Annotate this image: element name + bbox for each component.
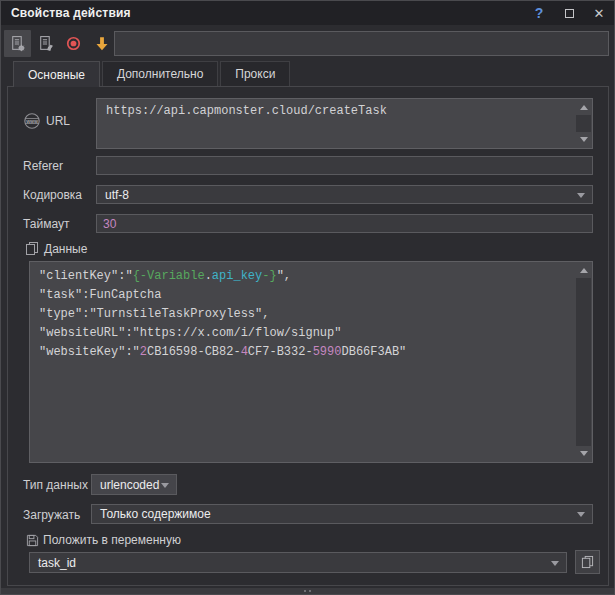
- put-variable-label-group: Положить в переменную: [26, 533, 181, 547]
- record-icon: [65, 35, 82, 52]
- copy-pages-icon: [25, 241, 39, 256]
- url-scroll-down-icon[interactable]: [576, 132, 591, 147]
- tab-additional-label: Дополнительно: [117, 67, 203, 81]
- load-dropdown[interactable]: Только содержимое: [91, 504, 593, 524]
- url-value: https://api.capmonster.cloud/createTask: [106, 104, 574, 118]
- load-label: Загружать: [23, 508, 80, 522]
- url-label-group: www URL: [23, 112, 70, 130]
- grip-dot: [304, 590, 306, 592]
- document-pencil-icon: [37, 35, 54, 52]
- copy-variable-button[interactable]: [575, 550, 600, 574]
- copy-icon: [581, 555, 594, 569]
- encoding-chevron-down-icon: [577, 193, 585, 198]
- encoding-label: Кодировка: [23, 188, 82, 202]
- window-title: Свойства действия: [1, 6, 131, 20]
- grip-dot: [309, 590, 311, 592]
- globe-www-icon: www: [23, 112, 41, 130]
- data-label-group: Данные: [25, 241, 87, 256]
- data-type-label: Тип данных: [23, 478, 88, 492]
- data-scrollbar[interactable]: [576, 263, 591, 461]
- down-arrow-icon: [93, 35, 111, 53]
- url-scrollbar[interactable]: [576, 100, 591, 147]
- timeout-label: Таймаут: [23, 217, 69, 231]
- data-scroll-up-icon[interactable]: [576, 263, 591, 278]
- variable-combobox[interactable]: task_id: [29, 552, 567, 573]
- data-code-lines: "clientKey":"{-Variable.api_key-}","task…: [30, 262, 576, 462]
- svg-text:www: www: [25, 118, 38, 124]
- variable-value: task_id: [38, 556, 76, 570]
- maximize-icon: [565, 9, 574, 18]
- title-bar: Свойства действия ? ✕: [1, 1, 614, 25]
- help-icon: ?: [535, 5, 544, 21]
- action-properties-dialog: Свойства действия ? ✕: [0, 0, 615, 595]
- document-gear-icon: [9, 35, 26, 52]
- action-properties-button[interactable]: [4, 30, 31, 57]
- variable-chevron-down-icon: [551, 561, 559, 566]
- edit-action-button[interactable]: [32, 30, 59, 57]
- url-scroll-up-icon[interactable]: [576, 100, 591, 115]
- data-textarea[interactable]: "clientKey":"{-Variable.api_key-}","task…: [29, 261, 593, 463]
- close-icon: ✕: [594, 7, 605, 20]
- toolbar: [1, 25, 614, 61]
- move-down-button[interactable]: [88, 30, 115, 57]
- put-variable-label: Положить в переменную: [43, 533, 181, 547]
- url-field[interactable]: https://api.capmonster.cloud/createTask: [96, 98, 593, 149]
- action-name-input[interactable]: [114, 31, 609, 56]
- maximize-button[interactable]: [554, 1, 584, 25]
- help-button[interactable]: ?: [524, 1, 554, 25]
- close-button[interactable]: ✕: [584, 1, 614, 25]
- resize-grip[interactable]: [1, 588, 614, 594]
- save-floppy-icon: [26, 534, 39, 547]
- load-chevron-down-icon: [577, 512, 585, 517]
- data-type-chevron-down-icon: [161, 483, 169, 488]
- data-type-value: urlencoded: [100, 478, 159, 492]
- data-type-dropdown[interactable]: urlencoded: [91, 474, 177, 495]
- tab-additional[interactable]: Дополнительно: [102, 61, 218, 86]
- referer-input[interactable]: [96, 156, 593, 175]
- load-value: Только содержимое: [100, 507, 211, 521]
- url-label: URL: [46, 114, 70, 128]
- tab-proxy[interactable]: Прокси: [220, 61, 290, 86]
- timeout-input[interactable]: [96, 214, 593, 233]
- encoding-dropdown[interactable]: utf-8: [96, 185, 593, 204]
- data-label: Данные: [44, 242, 87, 256]
- data-scroll-down-icon[interactable]: [576, 446, 591, 461]
- encoding-value: utf-8: [105, 188, 129, 202]
- record-button[interactable]: [60, 30, 87, 57]
- tab-bar: Основные Дополнительно Прокси: [13, 61, 292, 87]
- tab-main[interactable]: Основные: [13, 61, 100, 87]
- tab-proxy-label: Прокси: [235, 67, 275, 81]
- tab-main-label: Основные: [28, 68, 85, 82]
- referer-label: Referer: [23, 159, 63, 173]
